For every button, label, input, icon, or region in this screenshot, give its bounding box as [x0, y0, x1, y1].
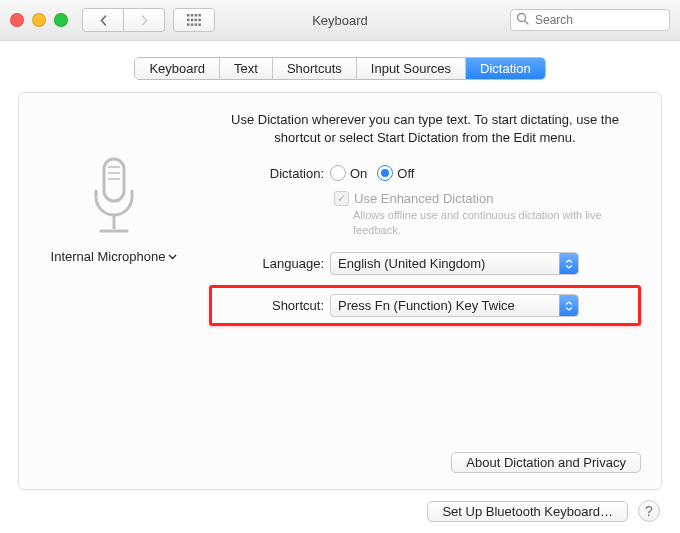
chevron-left-icon: [99, 15, 108, 26]
microphone-icon: [87, 157, 141, 237]
grid-icon: [187, 14, 201, 26]
search-icon: [516, 12, 529, 25]
svg-rect-6: [195, 19, 198, 22]
tab-text[interactable]: Text: [220, 58, 273, 79]
footer: Set Up Bluetooth Keyboard… ?: [18, 490, 662, 522]
svg-rect-8: [187, 23, 190, 26]
preferences-window: Keyboard Keyboard Text Shortcuts Input S…: [0, 0, 680, 533]
svg-rect-0: [187, 14, 190, 17]
language-label: Language:: [209, 256, 330, 271]
minimize-window-button[interactable]: [32, 13, 46, 27]
shortcut-value: Press Fn (Function) Key Twice: [338, 298, 515, 313]
dictation-off-radio[interactable]: Off: [377, 165, 414, 181]
tab-input-sources[interactable]: Input Sources: [357, 58, 466, 79]
nav-buttons: [82, 8, 165, 32]
radio-off-label: Off: [397, 166, 414, 181]
stepper-arrows-icon: [559, 295, 578, 316]
chevron-right-icon: [140, 15, 149, 26]
search-input[interactable]: [510, 9, 670, 31]
dictation-on-radio[interactable]: On: [330, 165, 367, 181]
svg-rect-4: [187, 19, 190, 22]
svg-rect-14: [104, 159, 124, 201]
language-select[interactable]: English (United Kingdom): [330, 252, 579, 275]
radio-on-label: On: [350, 166, 367, 181]
dictation-panel: Internal Microphone Use Dictation wherev…: [18, 92, 662, 490]
help-icon: ?: [645, 503, 653, 519]
dictation-label: Dictation:: [209, 165, 330, 181]
checkmark-icon: ✓: [334, 191, 349, 206]
setup-bluetooth-keyboard-button[interactable]: Set Up Bluetooth Keyboard…: [427, 501, 628, 522]
settings-column: Use Dictation wherever you can type text…: [209, 111, 641, 473]
tab-shortcuts[interactable]: Shortcuts: [273, 58, 357, 79]
close-window-button[interactable]: [10, 13, 24, 27]
window-controls: [10, 13, 68, 27]
dictation-toggle-row: Dictation: On Off ✓ Use Enhanc: [209, 165, 641, 238]
svg-rect-7: [198, 19, 201, 22]
svg-rect-5: [191, 19, 194, 22]
stepper-arrows-icon: [559, 253, 578, 274]
tabs: Keyboard Text Shortcuts Input Sources Di…: [134, 57, 545, 80]
about-dictation-button[interactable]: About Dictation and Privacy: [451, 452, 641, 473]
svg-rect-1: [191, 14, 194, 17]
svg-rect-10: [195, 23, 198, 26]
tab-keyboard[interactable]: Keyboard: [135, 58, 220, 79]
zoom-window-button[interactable]: [54, 13, 68, 27]
shortcut-label: Shortcut:: [216, 298, 330, 313]
show-all-button[interactable]: [173, 8, 215, 32]
forward-button[interactable]: [124, 8, 165, 32]
search-wrap: [510, 9, 670, 31]
svg-rect-9: [191, 23, 194, 26]
language-row: Language: English (United Kingdom): [209, 252, 641, 275]
window-body: Keyboard Text Shortcuts Input Sources Di…: [0, 41, 680, 533]
svg-rect-2: [195, 14, 198, 17]
shortcut-select[interactable]: Press Fn (Function) Key Twice: [330, 294, 579, 317]
enhanced-description: Allows offline use and continuous dictat…: [353, 208, 641, 238]
svg-rect-11: [198, 23, 201, 26]
svg-rect-3: [198, 14, 201, 17]
tab-dictation[interactable]: Dictation: [466, 58, 545, 79]
input-device-label: Internal Microphone: [51, 249, 166, 264]
instruction-text: Use Dictation wherever you can type text…: [209, 111, 641, 159]
svg-line-13: [525, 21, 529, 25]
title-bar: Keyboard: [0, 0, 680, 41]
tabs-row: Keyboard Text Shortcuts Input Sources Di…: [18, 57, 662, 80]
chevron-down-icon: [168, 254, 177, 260]
enhanced-label: Use Enhanced Dictation: [354, 191, 493, 206]
help-button[interactable]: ?: [638, 500, 660, 522]
language-value: English (United Kingdom): [338, 256, 485, 271]
microphone-column: Internal Microphone: [39, 111, 189, 473]
input-device-select[interactable]: Internal Microphone: [51, 249, 178, 264]
shortcut-highlight: Shortcut: Press Fn (Function) Key Twice: [209, 285, 641, 326]
back-button[interactable]: [82, 8, 124, 32]
enhanced-dictation-checkbox[interactable]: ✓ Use Enhanced Dictation: [334, 191, 641, 206]
